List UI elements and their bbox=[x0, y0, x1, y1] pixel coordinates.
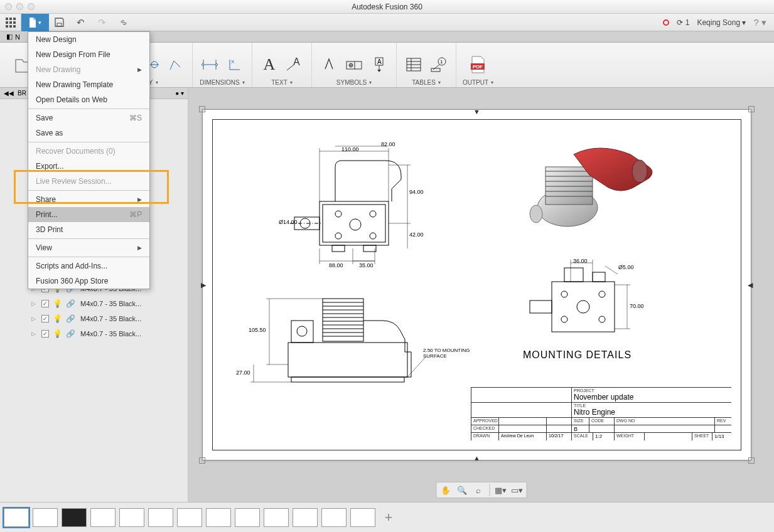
sheet-thumb[interactable] bbox=[177, 508, 202, 527]
sheet-thumb[interactable] bbox=[235, 508, 260, 527]
front-view-drawing bbox=[260, 139, 423, 264]
svg-point-107 bbox=[577, 301, 589, 313]
menu-item[interactable]: Scripts and Add-Ins... bbox=[28, 258, 149, 274]
pan-icon[interactable]: ✋ bbox=[439, 484, 453, 496]
svg-rect-0 bbox=[6, 18, 8, 20]
svg-rect-2 bbox=[13, 18, 16, 20]
menu-item[interactable]: View▶ bbox=[28, 240, 149, 255]
menu-item[interactable]: New Design From File bbox=[28, 47, 149, 62]
menu-item[interactable]: 3D Print bbox=[28, 222, 149, 237]
ribbon-group-tables: 1 TABLES bbox=[397, 43, 456, 87]
sheet-thumb[interactable] bbox=[206, 508, 231, 527]
browser-item[interactable]: ▷✓💡🔗M4x0.7 - 35 Black... bbox=[0, 296, 188, 311]
balloon-icon[interactable]: 1 bbox=[428, 54, 449, 75]
sheet-thumbnails: + bbox=[0, 502, 774, 532]
ribbon-label-symbols[interactable]: SYMBOLS bbox=[336, 79, 372, 86]
sheet-thumb[interactable] bbox=[321, 508, 347, 527]
svg-point-105 bbox=[561, 316, 567, 322]
redo-button[interactable]: ↷ bbox=[92, 14, 113, 31]
sheet-thumb[interactable] bbox=[33, 508, 58, 527]
svg-line-91 bbox=[407, 356, 426, 377]
dimension-icon[interactable] bbox=[199, 54, 220, 75]
sheet-thumb[interactable] bbox=[4, 508, 29, 527]
sheet-thumb[interactable] bbox=[264, 508, 289, 527]
undo-button[interactable]: ↶ bbox=[70, 14, 92, 31]
svg-rect-109 bbox=[564, 268, 583, 282]
grid-icon[interactable]: ▦▾ bbox=[493, 484, 507, 496]
svg-text:A: A bbox=[293, 58, 300, 67]
titlebar: Autodesk Fusion 360 bbox=[0, 0, 774, 14]
svg-rect-9 bbox=[57, 23, 62, 26]
menu-item[interactable]: Export... bbox=[28, 159, 149, 174]
sheet-thumb[interactable] bbox=[62, 508, 87, 527]
ordinate-icon[interactable]: X bbox=[224, 54, 245, 75]
svg-rect-72 bbox=[323, 299, 363, 341]
link-button[interactable] bbox=[113, 14, 134, 31]
fcf-icon[interactable] bbox=[343, 54, 365, 75]
svg-rect-110 bbox=[593, 272, 605, 282]
job-status[interactable]: ⟳1 bbox=[677, 18, 690, 27]
svg-rect-71 bbox=[288, 343, 407, 377]
svg-point-51 bbox=[335, 211, 341, 217]
sheet-thumb[interactable] bbox=[119, 508, 144, 527]
sheet-thumb[interactable] bbox=[350, 508, 375, 527]
table-icon[interactable] bbox=[403, 54, 424, 75]
iso-view bbox=[514, 132, 658, 239]
browser-item[interactable]: ▷✓💡🔗M4x0.7 - 35 Black... bbox=[0, 311, 188, 326]
pdf-icon[interactable]: PDF bbox=[468, 54, 489, 75]
svg-point-106 bbox=[599, 316, 605, 322]
svg-rect-7 bbox=[9, 25, 12, 28]
zoom-icon[interactable]: 🔍 bbox=[455, 484, 469, 496]
save-button[interactable] bbox=[49, 14, 70, 31]
title-block: PROJECT November update TITLE Nitro Engi… bbox=[471, 387, 731, 440]
data-panel-button[interactable] bbox=[0, 14, 21, 31]
sheet-thumb[interactable] bbox=[148, 508, 173, 527]
menu-item[interactable]: New Drawing Template bbox=[28, 77, 149, 92]
ribbon-label-dimensions[interactable]: DIMENSIONS bbox=[200, 79, 244, 86]
surface-icon[interactable] bbox=[318, 54, 340, 75]
sheet-thumb[interactable] bbox=[293, 508, 318, 527]
text-icon[interactable]: A bbox=[259, 54, 280, 75]
drawing-canvas[interactable]: ▼ ▲ ▶ ◀ bbox=[188, 88, 774, 502]
close-icon[interactable] bbox=[5, 3, 12, 10]
svg-rect-93 bbox=[546, 167, 593, 205]
menu-item[interactable]: Print...⌘P bbox=[28, 207, 149, 222]
ribbon-label-text[interactable]: TEXT bbox=[271, 79, 293, 86]
svg-point-54 bbox=[370, 233, 376, 239]
svg-rect-43 bbox=[431, 68, 440, 72]
display-icon[interactable]: ▭▾ bbox=[510, 484, 524, 496]
record-icon[interactable] bbox=[663, 19, 669, 26]
svg-rect-83 bbox=[291, 321, 313, 343]
ribbon-label-tables[interactable]: TABLES bbox=[412, 79, 441, 86]
document-tab[interactable]: N bbox=[15, 33, 20, 41]
svg-rect-56 bbox=[332, 245, 345, 252]
minimize-icon[interactable] bbox=[16, 3, 23, 10]
svg-point-104 bbox=[599, 291, 605, 297]
svg-rect-8 bbox=[13, 25, 16, 28]
edge-ext-icon[interactable] bbox=[164, 54, 186, 75]
zoom-window-icon[interactable]: ⌕ bbox=[471, 484, 485, 496]
file-menu-button[interactable]: ▾ bbox=[21, 14, 49, 31]
main-toolbar: ▾ ↶ ↷ ⟳1 Keqing Song ▾ ? ▾ bbox=[0, 14, 774, 31]
help-button[interactable]: ? ▾ bbox=[753, 17, 766, 28]
menu-item[interactable]: Open Details on Web bbox=[28, 92, 149, 107]
mounting-title: MOUNTING DETAILS bbox=[523, 349, 632, 361]
menu-item[interactable]: New Design bbox=[28, 32, 149, 47]
menu-item[interactable]: Share▶ bbox=[28, 192, 149, 207]
sheet-thumb[interactable] bbox=[90, 508, 116, 527]
datum-icon[interactable]: A bbox=[368, 54, 390, 75]
add-sheet-button[interactable]: + bbox=[379, 508, 398, 527]
menu-item[interactable]: Fusion 360 App Store bbox=[28, 274, 149, 289]
menu-item[interactable]: Save⌘S bbox=[28, 110, 149, 125]
user-menu[interactable]: Keqing Song ▾ bbox=[697, 18, 746, 27]
browser-item[interactable]: ▷✓💡🔗M4x0.7 - 35 Black... bbox=[0, 326, 188, 341]
zoom-icon[interactable] bbox=[28, 3, 35, 10]
svg-point-101 bbox=[530, 205, 542, 223]
svg-rect-102 bbox=[552, 282, 615, 332]
svg-point-103 bbox=[561, 291, 567, 297]
svg-rect-1 bbox=[9, 18, 12, 20]
ribbon-label-output[interactable]: OUTPUT bbox=[463, 79, 493, 86]
menu-item: Live Review Session... bbox=[28, 174, 149, 189]
menu-item[interactable]: Save as bbox=[28, 125, 149, 141]
leader-icon[interactable]: A bbox=[284, 54, 305, 75]
